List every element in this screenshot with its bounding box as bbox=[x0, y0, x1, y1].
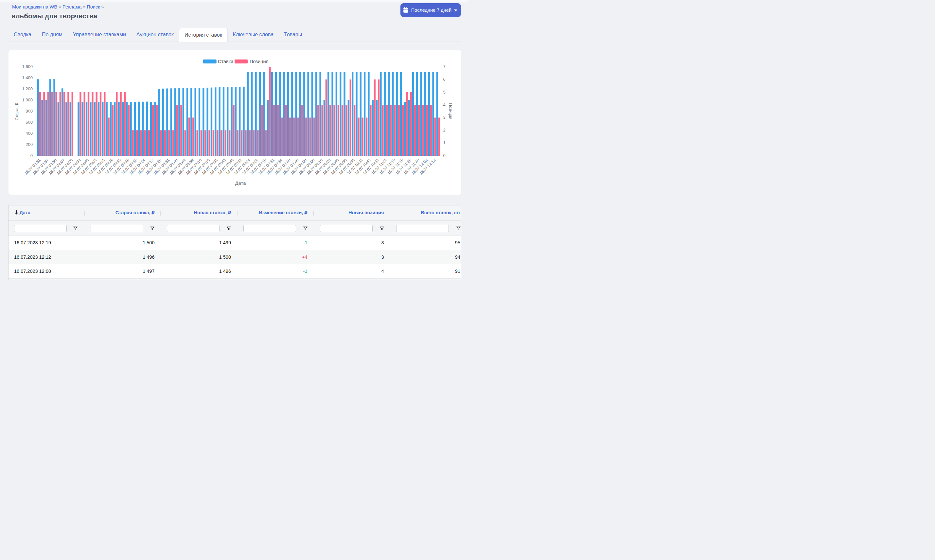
svg-text:800: 800 bbox=[26, 109, 33, 114]
svg-text:Ставка: Ставка bbox=[218, 59, 234, 64]
svg-text:1 600: 1 600 bbox=[22, 64, 33, 69]
svg-text:0: 0 bbox=[443, 153, 446, 158]
svg-text:0: 0 bbox=[31, 153, 33, 158]
svg-text:600: 600 bbox=[26, 120, 33, 125]
svg-text:Ставка, ₽: Ставка, ₽ bbox=[15, 103, 19, 120]
svg-text:200: 200 bbox=[26, 142, 33, 147]
svg-text:7: 7 bbox=[443, 64, 446, 69]
svg-text:1: 1 bbox=[443, 140, 446, 145]
svg-text:Позиция: Позиция bbox=[448, 103, 453, 119]
svg-text:4: 4 bbox=[443, 102, 446, 107]
svg-text:2: 2 bbox=[443, 128, 446, 132]
svg-text:1 400: 1 400 bbox=[22, 75, 33, 80]
svg-text:5: 5 bbox=[443, 90, 446, 95]
svg-text:Дата: Дата bbox=[235, 180, 246, 186]
svg-text:Позиция: Позиция bbox=[250, 59, 268, 64]
svg-text:1 000: 1 000 bbox=[22, 97, 33, 102]
svg-text:3: 3 bbox=[443, 115, 446, 120]
svg-text:400: 400 bbox=[26, 131, 33, 136]
svg-text:1 200: 1 200 bbox=[22, 86, 33, 91]
svg-text:6: 6 bbox=[443, 77, 446, 82]
